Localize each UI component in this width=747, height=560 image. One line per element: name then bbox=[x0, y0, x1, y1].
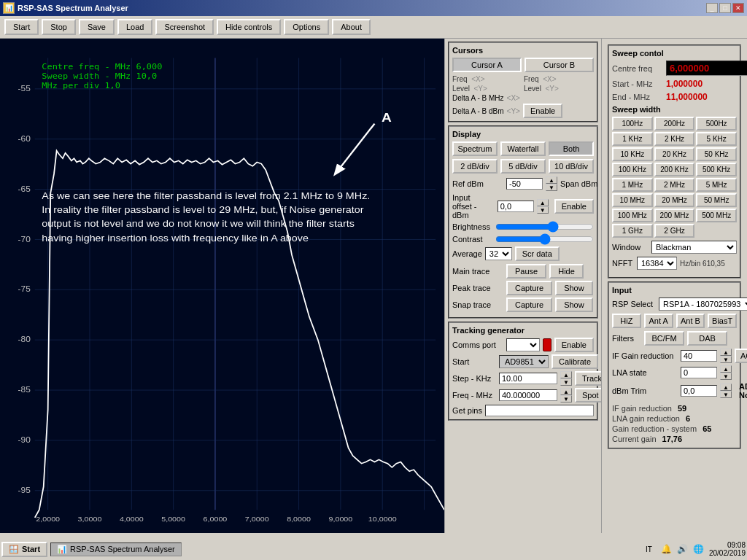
start-button[interactable]: Start bbox=[4, 19, 39, 35]
ant-a-button[interactable]: Ant A bbox=[644, 314, 673, 328]
sweep-20khz[interactable]: 20 KHz bbox=[654, 147, 695, 161]
sweep-1mhz[interactable]: 1 MHz bbox=[612, 178, 653, 192]
taskbar-app-item[interactable]: 📊 RSP-SAS Spectrum Analyser bbox=[50, 542, 182, 556]
centre-freq-input[interactable] bbox=[666, 61, 747, 76]
average-select[interactable]: 32 16 8 64 bbox=[485, 247, 512, 260]
input-offset-down[interactable]: ▼ bbox=[537, 206, 549, 214]
dbm-trim-input[interactable] bbox=[681, 385, 717, 397]
ref-dbm-up[interactable]: ▲ bbox=[546, 176, 557, 184]
maximize-button[interactable]: □ bbox=[719, 3, 731, 13]
hiz-button[interactable]: HiZ bbox=[612, 314, 641, 328]
get-pins-input[interactable] bbox=[485, 405, 594, 416]
ant-b-button[interactable]: Ant B bbox=[676, 314, 705, 328]
sweep-500hz[interactable]: 500Hz bbox=[696, 117, 737, 131]
main-hide-button[interactable]: Hide bbox=[549, 264, 584, 279]
sweep-1ghz[interactable]: 1 GHz bbox=[612, 224, 653, 238]
if-gain-down[interactable]: ▼ bbox=[720, 356, 732, 363]
sweep-200khz[interactable]: 200 KHz bbox=[654, 163, 695, 176]
sweep-10mhz[interactable]: 10 MHz bbox=[612, 193, 653, 207]
agc-button[interactable]: AGC bbox=[735, 349, 747, 363]
cursor-enable-button[interactable]: Enable bbox=[523, 104, 562, 118]
freq-down[interactable]: ▼ bbox=[560, 395, 572, 402]
div2-button[interactable]: 2 dB/div bbox=[452, 159, 498, 174]
bcfm-button[interactable]: BC/FM bbox=[644, 331, 684, 346]
sweep-2ghz[interactable]: 2 GHz bbox=[654, 224, 695, 238]
gen-step-input[interactable] bbox=[499, 373, 557, 384]
sweep-50khz[interactable]: 50 KHz bbox=[696, 147, 737, 161]
sweep-1khz[interactable]: 1 KHz bbox=[612, 132, 653, 146]
sweep-200hz[interactable]: 200Hz bbox=[654, 117, 695, 131]
close-button[interactable]: ✕ bbox=[732, 3, 744, 13]
dbm-trim-down[interactable]: ▼ bbox=[720, 391, 732, 398]
calibrate-button[interactable]: Calibrate bbox=[551, 354, 598, 369]
save-button[interactable]: Save bbox=[79, 19, 115, 35]
waterfall-button[interactable]: Waterfall bbox=[500, 141, 546, 156]
lna-input[interactable] bbox=[681, 367, 717, 378]
cursor-b-button[interactable]: Cursor B bbox=[525, 58, 594, 72]
peak-trace-label: Peak trace bbox=[452, 284, 503, 292]
about-button[interactable]: About bbox=[332, 19, 371, 35]
ref-dbm-input[interactable] bbox=[506, 178, 543, 190]
sweep-2mhz[interactable]: 2 MHz bbox=[654, 178, 695, 192]
dbm-trim-up[interactable]: ▲ bbox=[720, 384, 732, 391]
sweep-500khz[interactable]: 500 KHz bbox=[696, 163, 737, 176]
div5-button[interactable]: 5 dB/div bbox=[500, 159, 546, 174]
lna-up[interactable]: ▲ bbox=[720, 365, 732, 373]
lna-down[interactable]: ▼ bbox=[720, 373, 732, 380]
freq-up[interactable]: ▲ bbox=[560, 388, 572, 395]
cursor-a-button[interactable]: Cursor A bbox=[452, 58, 522, 72]
svg-text:-80: -80 bbox=[18, 335, 31, 343]
sweep-20mhz[interactable]: 20 MHz bbox=[654, 193, 695, 207]
sweep-10khz[interactable]: 10 KHz bbox=[612, 147, 653, 161]
if-gain-up[interactable]: ▲ bbox=[720, 349, 732, 356]
sweep-2khz[interactable]: 2 KHz bbox=[654, 132, 695, 146]
comms-port-select[interactable] bbox=[506, 338, 540, 351]
dab-button[interactable]: DAB bbox=[687, 331, 727, 346]
if-gain-input[interactable] bbox=[681, 350, 717, 362]
contrast-slider[interactable] bbox=[495, 234, 594, 244]
brightness-slider[interactable] bbox=[495, 222, 594, 232]
gen-start-select[interactable]: AD9851 bbox=[499, 355, 549, 368]
div10-button[interactable]: 10 dB/div bbox=[549, 159, 594, 174]
bias-t-button[interactable]: BiasT bbox=[708, 314, 737, 328]
hide-controls-button[interactable]: Hide controls bbox=[217, 19, 281, 35]
start-menu-button[interactable]: 🪟 Start bbox=[1, 542, 47, 557]
rsp-select[interactable]: RSP1A - 1807025993 bbox=[659, 298, 747, 311]
sweep-5mhz[interactable]: 5 MHz bbox=[696, 178, 737, 192]
sweep-500mhz[interactable]: 500 MHz bbox=[696, 209, 737, 222]
peak-capture-button[interactable]: Capture bbox=[506, 281, 552, 295]
load-button[interactable]: Load bbox=[117, 19, 152, 35]
sweep-50mhz[interactable]: 50 MHz bbox=[696, 193, 737, 207]
sweep-100mhz[interactable]: 100 MHz bbox=[612, 209, 653, 222]
delta-dbm-row: Delta A - B dBm <Y> Enable bbox=[452, 104, 594, 118]
tracking-enable-button[interactable]: Enable bbox=[554, 338, 594, 352]
stop-button[interactable]: Stop bbox=[42, 19, 76, 35]
input-offset-input[interactable] bbox=[498, 201, 534, 212]
minimize-button[interactable]: _ bbox=[706, 3, 718, 13]
snap-show-button[interactable]: Show bbox=[555, 298, 593, 312]
ref-dbm-down[interactable]: ▼ bbox=[546, 184, 557, 191]
sweep-5khz[interactable]: 5 KHz bbox=[696, 132, 737, 146]
step-down[interactable]: ▼ bbox=[560, 378, 572, 386]
peak-show-button[interactable]: Show bbox=[555, 281, 593, 295]
snap-capture-button[interactable]: Capture bbox=[506, 298, 552, 312]
gen-freq-input[interactable] bbox=[499, 389, 557, 401]
spectrum-button[interactable]: Spectrum bbox=[452, 141, 498, 156]
sweep-200mhz[interactable]: 200 MHz bbox=[654, 209, 695, 222]
window-select[interactable]: Blackman Hanning Hamming Rectangular bbox=[651, 241, 737, 254]
current-gain-label: Current gain bbox=[612, 435, 657, 443]
both-button[interactable]: Both bbox=[549, 141, 594, 156]
track-button[interactable]: Track bbox=[575, 371, 601, 386]
input-offset-up[interactable]: ▲ bbox=[537, 199, 549, 206]
options-button[interactable]: Options bbox=[284, 19, 329, 35]
sweep-100hz[interactable]: 100Hz bbox=[612, 117, 653, 131]
screenshot-button[interactable]: Screenshot bbox=[155, 19, 214, 35]
input-offset-enable-button[interactable]: Enable bbox=[554, 199, 594, 214]
delta-mhz-row: Delta A - B MHz <X> bbox=[452, 94, 594, 102]
step-up[interactable]: ▲ bbox=[560, 371, 572, 378]
sweep-100khz[interactable]: 100 KHz bbox=[612, 163, 653, 176]
scr-data-button[interactable]: Scr data bbox=[515, 246, 560, 261]
main-pause-button[interactable]: Pause bbox=[506, 264, 546, 279]
spot-button[interactable]: Spot bbox=[575, 388, 601, 402]
nfft-select[interactable]: 16384 8192 4096 2048 bbox=[637, 257, 677, 270]
